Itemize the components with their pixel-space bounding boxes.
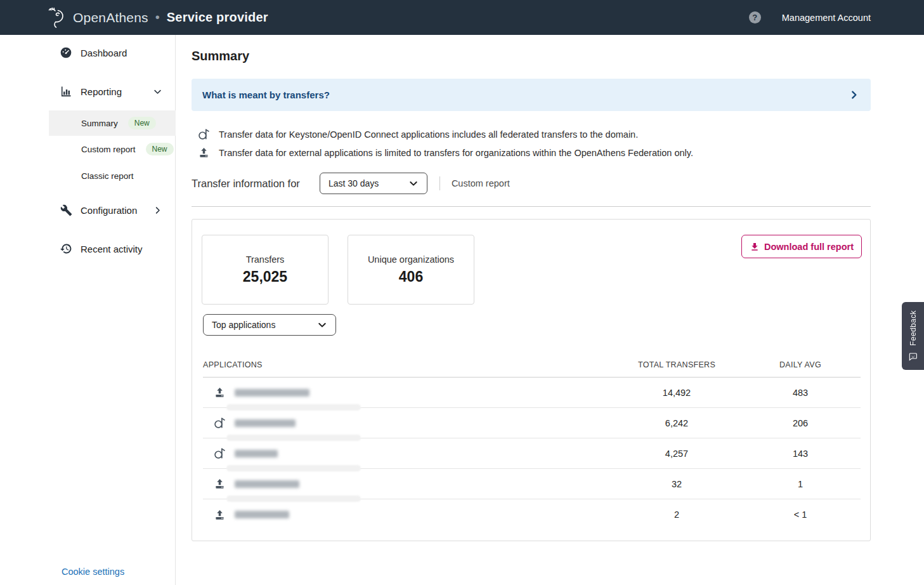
chevron-right-icon (849, 89, 859, 100)
stat-card-transfers: Transfers 25,025 (202, 235, 329, 305)
note-external: Transfer data for external applications … (197, 147, 693, 159)
chevron-down-icon (408, 178, 419, 188)
redacted-application-name (235, 389, 309, 397)
keystone-icon (212, 447, 226, 460)
daily-avg-value: 483 (740, 388, 861, 398)
sidebar-item-recent-activity[interactable]: Recent activity (0, 239, 175, 258)
note-keystone: Transfer data for Keystone/OpenID Connec… (197, 128, 638, 141)
redacted-application-name (235, 419, 296, 427)
brand: OpenAthens • Service provider (46, 5, 268, 30)
stat-label: Unique organizations (368, 254, 454, 265)
note-text: Transfer data for external applications … (219, 148, 693, 158)
transfers-info-banner[interactable]: What is meant by transfers? (192, 79, 871, 111)
openathens-logo-icon (46, 5, 67, 30)
download-icon (750, 242, 760, 252)
keystone-icon (197, 128, 211, 141)
redacted-application-name (235, 450, 278, 457)
dashboard-icon (60, 46, 72, 59)
table-header-row: APPLICATIONS TOTAL TRANSFERS DAILY AVG (203, 360, 861, 378)
filter-label: Transfer information for (192, 178, 300, 190)
history-icon (60, 242, 72, 255)
redacted-application-name (235, 480, 299, 488)
sidebar-item-label: Configuration (81, 205, 137, 216)
custom-report-link[interactable]: Custom report (452, 178, 510, 188)
download-full-report-button[interactable]: Download full report (741, 235, 862, 258)
chevron-down-icon (153, 87, 162, 96)
total-transfers-value: 2 (613, 509, 740, 520)
date-range-value: Last 30 days (329, 178, 379, 188)
table-row: 14,492 483 (203, 378, 861, 408)
upload-icon (197, 147, 211, 159)
stat-value: 25,025 (243, 268, 287, 286)
daily-avg-value: < 1 (740, 509, 861, 520)
sidebar-item-label: Classic report (81, 171, 134, 181)
sidebar-item-label: Summary (81, 119, 118, 128)
sidebar-item-label: Dashboard (81, 48, 127, 58)
sidebar-item-configuration[interactable]: Configuration (0, 200, 175, 220)
cookie-settings-link[interactable]: Cookie settings (62, 567, 124, 577)
applications-filter-value: Top applications (212, 320, 275, 330)
divider (439, 176, 440, 190)
wrench-icon (60, 204, 72, 216)
applications-table: APPLICATIONS TOTAL TRANSFERS DAILY AVG 1… (203, 360, 861, 530)
column-header-total-transfers: TOTAL TRANSFERS (613, 360, 740, 369)
keystone-icon (212, 416, 226, 430)
note-text: Transfer data for Keystone/OpenID Connec… (219, 129, 638, 140)
feedback-label: Feedback (909, 310, 918, 346)
total-transfers-value: 32 (613, 479, 740, 489)
table-row: 2 < 1 (203, 499, 861, 530)
stat-card-unique-organizations: Unique organizations 406 (348, 235, 474, 305)
table-row: 6,242 206 (203, 408, 861, 438)
date-range-select[interactable]: Last 30 days (320, 173, 427, 194)
sidebar-item-label: Recent activity (81, 244, 143, 254)
new-badge: New (128, 117, 156, 129)
total-transfers-value: 14,492 (613, 388, 740, 398)
sidebar-item-custom-report[interactable]: Custom report New (0, 136, 175, 162)
sidebar-item-label: Reporting (81, 86, 122, 97)
daily-avg-value: 1 (740, 479, 861, 489)
sidebar-item-dashboard[interactable]: Dashboard (0, 43, 175, 62)
redacted-application-name (235, 511, 289, 518)
table-row: 32 1 (203, 469, 861, 499)
sidebar-item-reporting[interactable]: Reporting (0, 82, 175, 101)
sidebar-item-classic-report[interactable]: Classic report (0, 163, 175, 188)
feedback-tab[interactable]: Feedback (902, 302, 924, 370)
bar-chart-icon (60, 85, 72, 98)
column-header-applications: APPLICATIONS (203, 360, 613, 369)
brand-product: Service provider (167, 10, 268, 25)
download-label: Download full report (764, 242, 854, 252)
table-row: 4,257 143 (203, 438, 861, 469)
feedback-chat-icon (908, 352, 918, 362)
chevron-down-icon (317, 320, 327, 330)
applications-filter-select[interactable]: Top applications (203, 314, 336, 336)
chevron-right-icon (153, 206, 162, 215)
daily-avg-value: 206 (740, 418, 861, 428)
sidebar: Dashboard Reporting Summary New Custom r… (0, 35, 176, 585)
upload-icon (212, 509, 226, 521)
sidebar-item-label: Custom report (81, 145, 136, 154)
total-transfers-value: 4,257 (613, 449, 740, 459)
help-icon[interactable]: ? (749, 11, 761, 23)
daily-avg-value: 143 (740, 449, 861, 459)
page-title: Summary (192, 49, 249, 63)
brand-name: OpenAthens (73, 10, 148, 25)
account-menu[interactable]: Management Account (782, 13, 871, 23)
stat-value: 406 (399, 268, 423, 286)
new-badge: New (146, 143, 174, 155)
upload-icon (212, 386, 226, 398)
report-card: Transfers 25,025 Unique organizations 40… (192, 219, 871, 541)
sidebar-item-summary[interactable]: Summary New (49, 110, 176, 136)
main-content: Summary What is meant by transfers? Tran… (176, 35, 924, 585)
upload-icon (212, 478, 226, 490)
divider (192, 206, 871, 207)
column-header-daily-avg: DAILY AVG (740, 360, 861, 369)
total-transfers-value: 6,242 (613, 418, 740, 428)
stat-label: Transfers (246, 254, 285, 265)
banner-text: What is meant by transfers? (202, 89, 330, 100)
brand-separator: • (155, 10, 160, 25)
app-header: OpenAthens • Service provider ? Manageme… (0, 0, 924, 35)
